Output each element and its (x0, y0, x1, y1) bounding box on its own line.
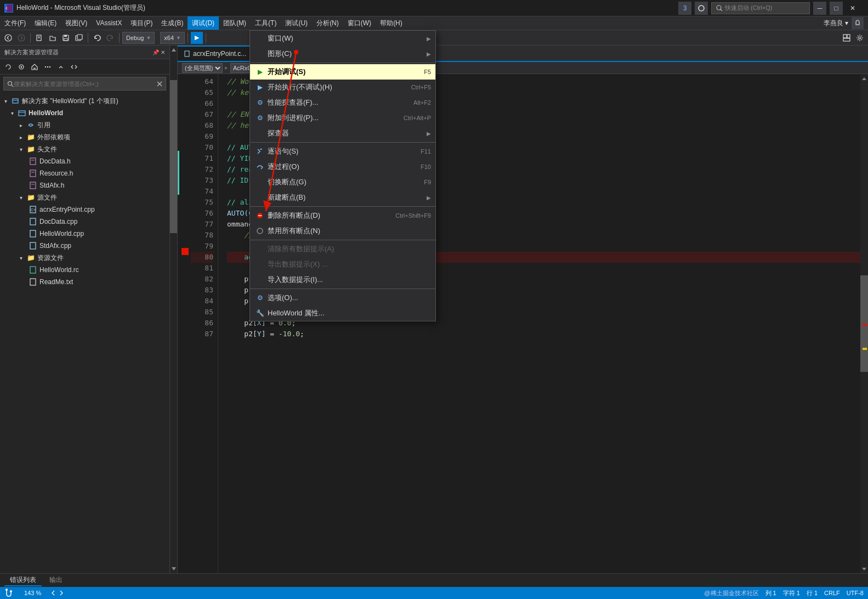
sidebar-pin[interactable]: 📌 (152, 49, 159, 55)
debug-menu-explorer[interactable]: 探查器 ▶ (250, 126, 435, 141)
debug-menu-perf[interactable]: ⚙ 性能探查器(F)... Alt+F2 (250, 95, 435, 110)
toolbar-saveall[interactable] (73, 32, 85, 44)
user-label[interactable]: 李燕良 ▾ (824, 19, 848, 28)
menu-project[interactable]: 项目(P) (126, 16, 157, 30)
editor-scrollbar[interactable] (860, 74, 868, 573)
debug-menu-delete-bp[interactable]: 删除所有断点(D) Ctrl+Shift+F9 (250, 208, 435, 223)
scroll-down-btn[interactable] (860, 564, 868, 573)
sidebar-item-sources[interactable]: ▾ 📁 源文件 (0, 191, 169, 204)
menu-help[interactable]: 帮助(H) (376, 16, 407, 30)
status-zoom: 143 % (24, 590, 41, 596)
sidebar-item-headers[interactable]: ▾ 📁 头文件 (0, 143, 169, 155)
toolbar-sep4 (188, 33, 188, 43)
menu-build[interactable]: 生成(B) (157, 16, 188, 30)
debug-menu-start-debug[interactable]: ▶ 开始调试(S) F5 (250, 64, 435, 80)
bottom-tab-output[interactable]: 输出 (44, 574, 68, 586)
debug-menu-toggle-bp[interactable]: 切换断点(G) F9 (250, 174, 435, 190)
sidebar-item-docdata-h[interactable]: DocData.h (0, 155, 169, 167)
sidebar-search-input[interactable] (14, 81, 157, 87)
toolbar-settings[interactable] (854, 32, 866, 44)
sidebar-item-resources[interactable]: ▾ 📁 资源文件 (0, 252, 169, 264)
debug-menu-graphics[interactable]: 图形(C) ▶ (250, 46, 435, 61)
sidebar-scrollbar[interactable] (170, 46, 178, 573)
toolbar-back[interactable] (2, 32, 14, 44)
status-encoding: UTF-8 (847, 590, 864, 596)
debug-menu-disable-bp[interactable]: 禁用所有断点(N) (250, 223, 435, 239)
sidebar-item-refs[interactable]: ▸ 引用 (0, 119, 169, 131)
toolbar-newfile[interactable] (33, 32, 46, 44)
debug-menu-windows[interactable]: 窗口(W) ▶ (250, 31, 435, 46)
menu-edit[interactable]: 编辑(E) (30, 16, 61, 30)
toolbar-layout[interactable] (841, 32, 853, 44)
sidebar-nav-btn2[interactable] (15, 61, 27, 73)
sidebar-item-docdata-cpp[interactable]: DocData.cpp (0, 216, 169, 228)
min-btn[interactable]: ─ (813, 2, 826, 15)
scroll-up-btn[interactable] (860, 74, 868, 83)
menu-analyze[interactable]: 分析(N) (312, 16, 343, 30)
svg-rect-44 (30, 279, 36, 285)
debug-menu-step-into[interactable]: 逐语句(S) F11 (250, 144, 435, 159)
clear-datatips-label: 清除所有数据提示(A) (268, 244, 431, 254)
menu-tools[interactable]: 工具(T) (251, 16, 281, 30)
debug-menu-new-bp[interactable]: 新建断点(B) ▶ (250, 190, 435, 205)
menu-test[interactable]: 测试(U) (281, 16, 312, 30)
error-indicator (863, 324, 867, 326)
quick-search-container[interactable]: 快速启动 (Ctrl+Q) (711, 2, 810, 14)
svg-rect-36 (30, 182, 36, 189)
svg-point-19 (859, 37, 861, 39)
debug-menu-step-over[interactable]: 逐过程(O) F10 (250, 159, 435, 174)
menu-window[interactable]: 窗口(W) (343, 16, 376, 30)
svg-point-3 (717, 5, 721, 10)
sidebar-home-btn[interactable] (29, 61, 41, 73)
sidebar-scroll-up[interactable] (170, 46, 177, 54)
sidebar-search-bar[interactable] (3, 77, 166, 91)
toolbar-undo[interactable] (91, 32, 103, 44)
toolbar-redo[interactable] (104, 32, 116, 44)
status-nav[interactable] (50, 590, 65, 596)
toolbar-open[interactable] (47, 32, 59, 44)
status-bar: 143 % @稀土掘金技术社区 列 1 字符 1 行 1 CRLF UTF-8 (0, 587, 868, 599)
sidebar-item-stdafx-cpp[interactable]: StdAfx.cpp (0, 240, 169, 252)
debug-menu-import-datatips[interactable]: 导入数据提示(I)... (250, 272, 435, 287)
step-over-label: 逐过程(O) (268, 162, 416, 172)
debug-menu-attach[interactable]: ⚙ 附加到进程(P)... Ctrl+Alt+P (250, 110, 435, 126)
sidebar-item-helloworld-rc[interactable]: HelloWorld.rc (0, 264, 169, 276)
sidebar-close[interactable]: ✕ (161, 49, 165, 55)
toolbar-fwd[interactable] (15, 32, 27, 44)
debug-menu-start-nodebug[interactable]: ▶ 开始执行(不调试)(H) Ctrl+F5 (250, 80, 435, 95)
notification-btn[interactable] (852, 17, 864, 29)
sidebar-item-readme-txt[interactable]: ReadMe.txt (0, 276, 169, 288)
platform-dropdown[interactable]: x64 ▼ (160, 32, 185, 44)
toolbar-start-debug[interactable]: ▶ (191, 32, 203, 44)
toolbar-icon1[interactable] (695, 2, 708, 15)
sidebar-item-acrxEntryPoint-cpp[interactable]: C+ acrxEntryPoint.cpp (0, 204, 169, 216)
bottom-tab-errors[interactable]: 错误列表 (4, 574, 42, 586)
toolbar-save[interactable] (60, 32, 72, 44)
sidebar-code-btn[interactable] (68, 61, 80, 73)
sidebar-docdata-h-label: DocData.h (39, 157, 71, 165)
close-btn[interactable]: ✕ (846, 2, 859, 15)
menu-sep-4 (250, 240, 435, 240)
debug-menu-options[interactable]: ⚙ 选项(O)... (250, 290, 435, 306)
sidebar-scroll-down[interactable] (170, 564, 177, 573)
menu-team[interactable]: 团队(M) (219, 16, 251, 30)
sidebar-item-externaldeps[interactable]: ▸ 📁 外部依赖项 (0, 131, 169, 143)
build-config-dropdown[interactable]: Debug ▼ (122, 32, 155, 44)
debug-menu-properties[interactable]: 🔧 HelloWorld 属性... (250, 306, 435, 321)
menu-file[interactable]: 文件(F) (0, 16, 30, 30)
sidebar-item-helloworld-proj[interactable]: ▾ HelloWorld (0, 107, 169, 119)
sidebar-dots-btn[interactable] (42, 61, 54, 73)
sidebar-angle-btn[interactable] (55, 61, 67, 73)
menu-vassistx[interactable]: VAssistX (92, 16, 126, 30)
max-btn[interactable]: □ (830, 2, 843, 15)
sidebar-nav-btn1[interactable] (2, 61, 14, 73)
menu-debug[interactable]: 调试(D) (188, 16, 219, 30)
svg-rect-16 (843, 35, 847, 38)
sidebar-item-resource-h[interactable]: Resource.h (0, 167, 169, 179)
scope-dropdown[interactable]: (全局范围) (182, 63, 223, 73)
tab-acrxEntryPoint[interactable]: acrxEntryPoint.c... ✕ (178, 46, 261, 61)
sidebar-item-stdafx-h[interactable]: StdAfx.h (0, 179, 169, 191)
sidebar-item-solution[interactable]: ▾ 解决方案 "HelloWorld" (1 个项目) (0, 95, 169, 107)
sidebar-item-helloworld-cpp[interactable]: HelloWorld.cpp (0, 228, 169, 240)
menu-view[interactable]: 视图(V) (61, 16, 92, 30)
